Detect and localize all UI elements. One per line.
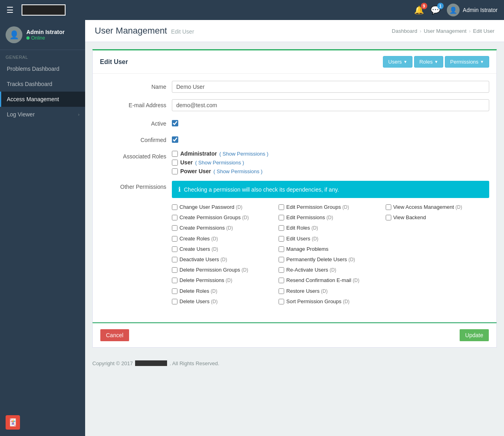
role-checkbox-power-user[interactable] bbox=[172, 168, 178, 174]
page-title-area: User Management Edit User bbox=[95, 26, 194, 36]
perm-checkbox-sort-perm-groups[interactable] bbox=[279, 299, 284, 304]
sidebar-status: Online bbox=[26, 35, 65, 41]
caret-down-icon: ▼ bbox=[434, 60, 438, 64]
caret-down-icon: ▼ bbox=[403, 60, 407, 64]
sidebar-item-access-management[interactable]: Access Management bbox=[0, 92, 85, 107]
perm-item: Edit Users (D) bbox=[279, 235, 379, 242]
perm-item: Delete Permission Groups (D) bbox=[172, 266, 272, 274]
email-field bbox=[172, 99, 489, 111]
sidebar-logo: 🃏 bbox=[6, 415, 20, 430]
role-checkbox-user[interactable] bbox=[172, 160, 178, 166]
perm-checkbox-edit-roles[interactable] bbox=[279, 225, 284, 231]
perm-item: Delete Roles (D) bbox=[172, 288, 272, 295]
main-content: User Management Edit User Dashboard › Us… bbox=[85, 0, 504, 436]
sidebar-user: 👤 Admin Istrator Online bbox=[0, 20, 85, 50]
roles-field: Administrator ( Show Permissions ) User … bbox=[172, 150, 489, 174]
info-message: Checking a permission will also check it… bbox=[184, 186, 339, 193]
perm-checkbox-edit-permissions[interactable] bbox=[279, 215, 284, 220]
perm-item: Create Permissions (D) bbox=[172, 224, 272, 232]
perm-item: View Backend bbox=[386, 214, 486, 221]
update-button[interactable]: Update bbox=[459, 329, 489, 342]
perm-checkbox-change-password[interactable] bbox=[172, 204, 177, 210]
sidebar-item-tracks-dashboard[interactable]: Tracks Dashboard bbox=[0, 76, 85, 92]
footer-copyright: Copyright © 2017 bbox=[92, 360, 133, 366]
perm-item: Manage Problems bbox=[279, 246, 379, 253]
sidebar-item-problems-dashboard[interactable]: Problems Dashboard bbox=[0, 61, 85, 76]
perm-item: Delete Users (D) bbox=[172, 298, 272, 305]
perm-checkbox-create-perm-groups[interactable] bbox=[172, 215, 177, 220]
logo bbox=[22, 4, 66, 16]
permissions-button[interactable]: Permissions ▼ bbox=[445, 56, 489, 68]
sidebar-item-label: Problems Dashboard bbox=[7, 66, 80, 72]
footer-brand bbox=[135, 360, 167, 366]
email-label: E-mail Address bbox=[100, 99, 172, 108]
notifications-button[interactable]: 🔔 9 bbox=[414, 5, 424, 15]
sidebar-item-label: Access Management bbox=[7, 96, 80, 102]
perm-item: Edit Roles (D) bbox=[279, 224, 379, 232]
name-field bbox=[172, 81, 489, 93]
roles-button[interactable]: Roles ▼ bbox=[414, 56, 443, 68]
perm-checkbox-resend-confirmation[interactable] bbox=[279, 278, 284, 283]
perm-checkbox-delete-users[interactable] bbox=[172, 299, 177, 304]
perm-item: Restore Users (D) bbox=[279, 288, 379, 295]
role-checkbox-administrator[interactable] bbox=[172, 151, 178, 157]
role-item-user: User ( Show Permissions ) bbox=[172, 159, 489, 166]
show-permissions-power-user[interactable]: ( Show Permissions ) bbox=[213, 168, 263, 174]
perm-checkbox-delete-permissions[interactable] bbox=[172, 278, 177, 283]
perm-checkbox-delete-perm-groups[interactable] bbox=[172, 267, 177, 273]
topnav: ☰ 🔔 9 💬 1 👤 Admin Istrator bbox=[0, 0, 504, 20]
perm-checkbox-create-users[interactable] bbox=[172, 246, 177, 252]
breadcrumb-dashboard[interactable]: Dashboard bbox=[392, 28, 417, 34]
perm-checkbox-edit-users[interactable] bbox=[279, 236, 284, 242]
perm-checkbox-create-roles[interactable] bbox=[172, 236, 177, 242]
permissions-col1: Change User Password (D) Create Permissi… bbox=[172, 204, 275, 308]
perm-checkbox-view-backend[interactable] bbox=[386, 215, 391, 220]
status-label: Online bbox=[31, 35, 45, 41]
active-row: Active bbox=[100, 118, 489, 128]
sidebar-avatar: 👤 bbox=[6, 26, 22, 43]
perm-checkbox-reactivate-users[interactable] bbox=[279, 267, 284, 273]
perm-checkbox-perm-delete-users[interactable] bbox=[279, 257, 284, 262]
confirmed-label: Confirmed bbox=[100, 134, 172, 143]
topnav-right: 🔔 9 💬 1 👤 Admin Istrator bbox=[414, 4, 498, 16]
status-dot bbox=[26, 36, 30, 40]
breadcrumb-sep2: › bbox=[469, 28, 470, 34]
name-input[interactable] bbox=[172, 81, 489, 93]
active-checkbox[interactable] bbox=[172, 120, 178, 126]
perm-item: Create Users (D) bbox=[172, 246, 272, 253]
perm-item: Create Roles (D) bbox=[172, 235, 272, 242]
permissions-row: Other Permissions ℹ Checking a permissio… bbox=[100, 181, 489, 308]
perm-item: Sort Permission Groups (D) bbox=[279, 298, 379, 305]
perm-checkbox-deactivate-users[interactable] bbox=[172, 257, 177, 262]
permissions-field: ℹ Checking a permission will also check … bbox=[172, 181, 489, 308]
perm-item: Resend Confirmation E-mail (D) bbox=[279, 277, 379, 284]
perm-item: Change User Password (D) bbox=[172, 204, 272, 211]
info-icon: ℹ bbox=[178, 186, 181, 193]
email-input[interactable] bbox=[172, 99, 489, 111]
show-permissions-user[interactable]: ( Show Permissions ) bbox=[195, 160, 244, 166]
perm-checkbox-restore-users[interactable] bbox=[279, 288, 284, 294]
show-permissions-administrator[interactable]: ( Show Permissions ) bbox=[219, 151, 269, 157]
confirmed-checkbox[interactable] bbox=[172, 136, 178, 143]
perm-item: Permanently Delete Users (D) bbox=[279, 256, 379, 263]
roles-row: Associated Roles Administrator ( Show Pe… bbox=[100, 150, 489, 174]
breadcrumb-edit-user: Edit User bbox=[473, 28, 494, 34]
perm-checkbox-edit-perm-groups[interactable] bbox=[279, 204, 284, 210]
roles-list: Administrator ( Show Permissions ) User … bbox=[172, 150, 489, 174]
cancel-button[interactable]: Cancel bbox=[100, 329, 129, 342]
active-field bbox=[172, 118, 489, 128]
perm-checkbox-delete-roles[interactable] bbox=[172, 288, 177, 294]
perm-checkbox-view-access[interactable] bbox=[386, 204, 391, 210]
other-permissions-label: Other Permissions bbox=[100, 181, 172, 190]
hamburger-icon[interactable]: ☰ bbox=[6, 5, 14, 15]
user-menu[interactable]: 👤 Admin Istrator bbox=[447, 4, 498, 16]
perm-checkbox-create-permissions[interactable] bbox=[172, 225, 177, 231]
perm-checkbox-manage-problems[interactable] bbox=[279, 246, 284, 252]
page-header: User Management Edit User Dashboard › Us… bbox=[85, 20, 504, 42]
permissions-col2: Edit Permission Groups (D) Edit Permissi… bbox=[275, 204, 382, 308]
messages-button[interactable]: 💬 1 bbox=[430, 5, 440, 15]
breadcrumb-user-management[interactable]: User Management bbox=[424, 28, 466, 34]
users-button[interactable]: Users ▼ bbox=[383, 56, 412, 68]
sidebar-item-log-viewer[interactable]: Log Viewer › bbox=[0, 107, 85, 122]
perm-item: Edit Permissions (D) bbox=[279, 214, 379, 221]
